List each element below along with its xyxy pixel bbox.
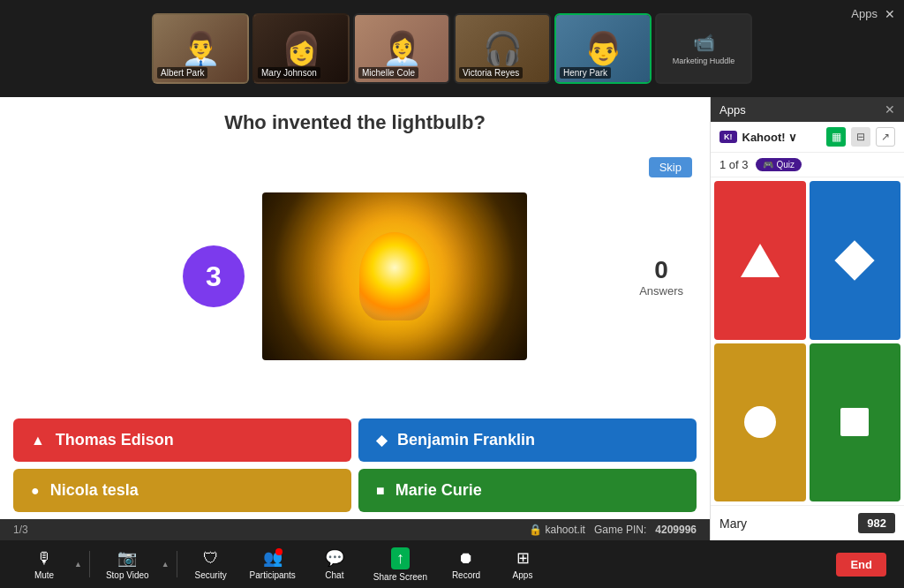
kahoot-toolbar: K! Kahoot! ∨ ▦ ⊟ ↗: [711, 122, 904, 153]
answers-count-display: 0 Answers: [639, 256, 683, 298]
toolbar-icons: ▦ ⊟ ↗: [826, 127, 895, 147]
participants-icon: 👥: [263, 548, 282, 568]
toolbar-external-btn[interactable]: ↗: [876, 127, 895, 147]
end-button[interactable]: End: [836, 553, 886, 577]
zoom-control-chat[interactable]: 💬 Chat: [308, 548, 361, 580]
zoom-control-share[interactable]: ↑ Share Screen: [365, 547, 436, 582]
lock-icon: 🔒: [529, 524, 542, 536]
participants-label: Participants: [250, 570, 296, 580]
apps-panel-label: Apps: [851, 7, 878, 20]
answer-grid: ▲ Thomas Edison ◆ Benjamin Franklin ● Ni…: [0, 410, 710, 519]
zoom-control-security[interactable]: 🛡 Security: [185, 549, 237, 580]
kahoot-logo: K!: [719, 131, 737, 143]
leaderboard-score: 982: [858, 513, 895, 533]
participant-video-5[interactable]: 👨 Henry Park: [554, 13, 652, 84]
answer-shape-2: ◆: [376, 432, 387, 449]
answer-button-2[interactable]: ◆ Benjamin Franklin: [358, 418, 697, 462]
answer-shape-4: ■: [376, 483, 385, 499]
toolbar-filter-btn[interactable]: ⊟: [851, 127, 870, 147]
zoom-control-video[interactable]: 📷 Stop Video: [97, 548, 158, 580]
answer-text-1: Thomas Edison: [56, 431, 174, 449]
answer-shape-3: ●: [31, 483, 40, 499]
divider-1: [89, 551, 90, 577]
kahoot-brand[interactable]: Kahoot! ∨: [742, 131, 798, 144]
color-grid: [711, 177, 904, 505]
question-section: Who invented the lightbulb?: [0, 97, 710, 143]
page-indicator: 1/3: [13, 524, 28, 536]
share-label: Share Screen: [373, 572, 427, 582]
lightbulb-glow: [359, 232, 430, 320]
apps-icon: ⊞: [516, 548, 530, 568]
mute-icon: 🎙: [36, 549, 52, 568]
zoom-bottom-bar: 🎙 Mute ▲ 📷 Stop Video ▲ 🛡 Security 👥 Par…: [0, 540, 904, 588]
answers-label: Answers: [639, 284, 683, 298]
mute-chevron[interactable]: ▲: [74, 560, 82, 569]
security-icon: 🛡: [203, 549, 219, 568]
panel-header: Apps ✕: [711, 97, 904, 122]
apps-label: Apps: [513, 570, 533, 580]
square-shape: [840, 408, 869, 436]
toolbar-green-btn[interactable]: ▦: [826, 127, 846, 147]
main-content: Who invented the lightbulb? 3 Skip 0 Ans…: [0, 97, 904, 540]
quiz-status-bar: 1 of 3 🎮 Quiz: [711, 153, 904, 177]
color-tile-blue[interactable]: [810, 181, 901, 340]
security-label: Security: [195, 570, 227, 580]
footer-pin-number: 4209996: [655, 524, 697, 536]
answer-shape-1: ▲: [31, 433, 45, 449]
triangle-shape: [741, 244, 780, 277]
zoom-control-apps[interactable]: ⊞ Apps: [496, 548, 549, 580]
record-label: Record: [452, 570, 480, 580]
mute-label: Mute: [34, 570, 54, 580]
color-tile-red[interactable]: [714, 181, 806, 340]
quiz-middle: 3 Skip 0 Answers: [0, 143, 710, 410]
participant-video-3[interactable]: 👩‍💼 Michelle Cole: [353, 13, 450, 84]
share-screen-icon: ↑: [391, 547, 410, 569]
close-icon[interactable]: ✕: [885, 7, 895, 21]
participant-name-5: Henry Park: [560, 67, 611, 79]
participant-video-1[interactable]: 👨‍💼 Albert Park: [152, 13, 249, 84]
color-tile-yellow[interactable]: [714, 343, 806, 502]
quiz-footer: 1/3 🔒 kahoot.it Game PIN: 4209996: [0, 519, 710, 540]
panel-header-icons: ✕: [885, 102, 895, 117]
zoom-control-record[interactable]: ⏺ Record: [440, 549, 493, 580]
diamond-shape: [835, 240, 875, 280]
quiz-badge-icon: 🎮: [763, 160, 773, 170]
answer-text-3: Nicola tesla: [50, 481, 139, 500]
question-text: Who invented the lightbulb?: [18, 111, 692, 134]
video-participants-bar: Apps ✕ 👨‍💼 Albert Park 👩 Mary Johnson 👩‍…: [0, 0, 904, 97]
answers-number: 0: [639, 256, 683, 284]
panel-close-icon[interactable]: ✕: [885, 102, 895, 117]
quiz-status-label: 1 of 3: [719, 158, 749, 171]
answer-button-4[interactable]: ■ Marie Curie: [358, 469, 697, 512]
video-label: Stop Video: [106, 570, 149, 580]
participant-video-4[interactable]: 🎧 Victoria Reyes: [454, 13, 551, 84]
color-tile-green[interactable]: [810, 343, 901, 502]
chat-label: Chat: [325, 570, 343, 580]
leaderboard-row: Mary 982: [711, 505, 904, 540]
circle-shape: [744, 406, 776, 438]
quiz-badge: 🎮 Quiz: [756, 158, 802, 171]
participant-name-4: Victoria Reyes: [459, 67, 523, 79]
answer-button-1[interactable]: ▲ Thomas Edison: [13, 418, 351, 462]
footer-pin-label: Game PIN:: [594, 524, 646, 536]
chat-icon: 💬: [325, 548, 344, 568]
quiz-image: [262, 192, 527, 360]
video-chevron[interactable]: ▲: [162, 560, 170, 569]
answer-text-2: Benjamin Franklin: [397, 431, 535, 449]
record-icon: ⏺: [458, 549, 474, 568]
footer-pin: 🔒 kahoot.it Game PIN: 4209996: [529, 524, 697, 536]
right-panel: Apps ✕ K! Kahoot! ∨ ▦ ⊟ ↗ 1 of 3 🎮 Quiz: [710, 97, 904, 540]
panel-header-title: Apps: [719, 103, 746, 117]
quiz-badge-text: Quiz: [777, 160, 795, 170]
footer-site: kahoot.it: [546, 524, 585, 536]
leaderboard-name: Mary: [719, 516, 851, 531]
answer-button-3[interactable]: ● Nicola tesla: [13, 469, 351, 512]
participant-video-6[interactable]: 📹 Marketing Huddle: [655, 13, 752, 84]
skip-button[interactable]: Skip: [649, 157, 692, 177]
participant-video-2[interactable]: 👩 Mary Johnson: [252, 13, 350, 84]
timer-circle: 3: [183, 245, 245, 307]
zoom-control-mute[interactable]: 🎙 Mute: [18, 549, 71, 580]
zoom-control-participants[interactable]: 👥 Participants: [241, 548, 305, 580]
divider-2: [177, 551, 177, 577]
quiz-area: Who invented the lightbulb? 3 Skip 0 Ans…: [0, 97, 710, 540]
